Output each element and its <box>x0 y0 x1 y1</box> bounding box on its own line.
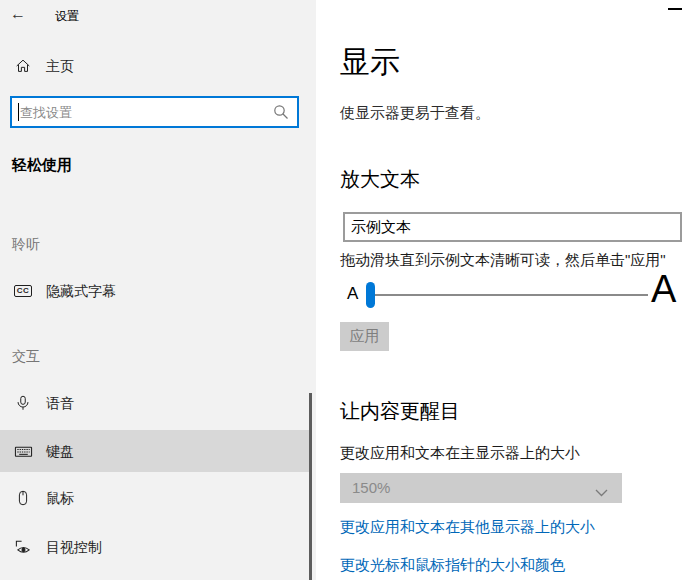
sidebar-item-mouse[interactable]: 鼠标 <box>0 477 309 519</box>
search-box <box>10 96 299 128</box>
sidebar-item-keyboard[interactable]: 键盘 <box>0 430 309 472</box>
app-title: 设置 <box>55 8 79 25</box>
sidebar-item-label: 语音 <box>46 395 74 413</box>
search-input[interactable] <box>12 98 297 126</box>
make-text-bigger-heading: 放大文本 <box>340 166 420 193</box>
sidebar-item-speech[interactable]: 语音 <box>0 382 309 424</box>
text-size-slider-thumb[interactable] <box>366 282 375 308</box>
mouse-icon <box>13 488 33 508</box>
make-everything-bigger-heading: 让内容更醒目 <box>340 398 460 425</box>
microphone-icon <box>13 393 33 413</box>
sidebar-item-label: 目视控制 <box>46 539 102 557</box>
link-other-displays[interactable]: 更改应用和文本在其他显示器上的大小 <box>340 518 595 537</box>
scale-dropdown-label: 更改应用和文本在主显示器上的大小 <box>340 444 580 463</box>
page-subtitle: 使显示器更易于查看。 <box>340 104 490 123</box>
sidebar-item-eye-control[interactable]: 目视控制 <box>0 526 309 568</box>
text-caret <box>18 103 19 121</box>
link-cursor-pointer[interactable]: 更改光标和鼠标指针的大小和颜色 <box>340 556 565 575</box>
search-icon[interactable] <box>273 104 289 120</box>
page-title: 显示 <box>340 42 400 83</box>
nav-group-interaction: 交互 <box>12 348 40 366</box>
closed-captions-icon: CC <box>13 281 33 301</box>
chevron-down-icon <box>595 483 608 491</box>
home-icon <box>13 56 33 76</box>
sample-text-box: 示例文本 <box>343 212 682 242</box>
sidebar-item-label: 隐藏式字幕 <box>46 283 116 301</box>
sidebar-scrollbar[interactable] <box>309 393 312 580</box>
scale-dropdown-value: 150% <box>352 479 390 496</box>
slider-hint: 拖动滑块直到示例文本清晰可读，然后单击"应用" <box>340 251 666 270</box>
sample-text: 示例文本 <box>351 218 411 237</box>
sidebar: ← 设置 主页 轻松使用 聆听 CC 隐藏式字幕 交互 <box>0 0 316 580</box>
sidebar-item-label: 键盘 <box>46 443 74 461</box>
keyboard-icon <box>13 441 33 461</box>
sidebar-item-label: 鼠标 <box>46 490 74 508</box>
scale-dropdown: 150% <box>340 473 622 503</box>
text-size-slider-track[interactable] <box>371 294 648 296</box>
minimize-icon <box>668 8 682 10</box>
nav-group-hearing: 聆听 <box>12 236 40 254</box>
eye-control-icon <box>13 537 33 557</box>
back-icon[interactable]: ← <box>10 5 26 23</box>
minimize-button[interactable] <box>655 0 695 26</box>
slider-min-label: A <box>347 284 358 304</box>
sidebar-item-home[interactable]: 主页 <box>0 50 309 82</box>
slider-max-label: A <box>651 268 676 311</box>
sidebar-item-closed-captions[interactable]: CC 隐藏式字幕 <box>0 270 309 312</box>
nav-section-title: 轻松使用 <box>12 156 72 175</box>
apply-button: 应用 <box>340 322 389 351</box>
sidebar-item-label: 主页 <box>46 58 74 76</box>
